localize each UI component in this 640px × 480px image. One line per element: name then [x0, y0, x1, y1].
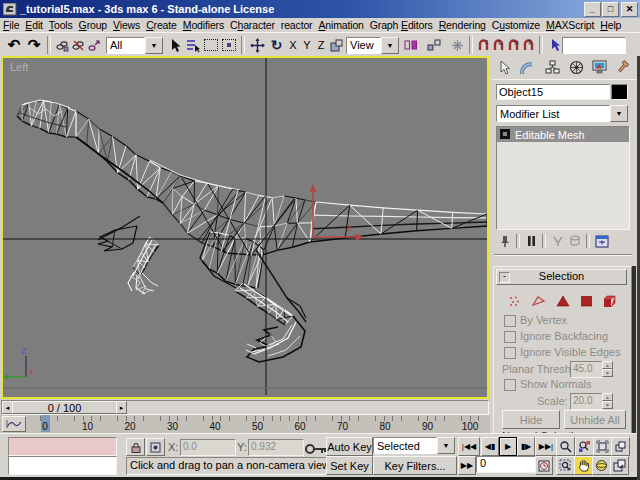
menu-rendering[interactable]: Rendering [436, 18, 489, 32]
select-scale-button[interactable] [328, 35, 344, 55]
bind-spacewarp-button[interactable] [86, 35, 102, 55]
hide-button[interactable]: Hide [502, 410, 560, 429]
edge-icon[interactable] [530, 291, 548, 311]
tab-motion[interactable] [564, 57, 588, 78]
menu-edit[interactable]: Edit [22, 18, 46, 32]
modifier-stack-item[interactable]: Editable Mesh [497, 127, 629, 142]
go-to-end-button[interactable]: ▶▶| [535, 437, 557, 456]
menu-create[interactable]: Create [143, 18, 180, 32]
configure-modifier-sets-button[interactable] [593, 231, 611, 251]
axis-z-button[interactable]: Z [314, 35, 328, 55]
vertex-icon[interactable] [506, 291, 524, 311]
maxscript-listener-white[interactable] [8, 456, 117, 475]
select-rotate-button[interactable]: ↻ [267, 35, 286, 55]
time-slider-next[interactable]: ▸ [116, 401, 127, 414]
auto-key-button[interactable]: Auto Key [326, 437, 373, 456]
show-end-result-button[interactable] [523, 231, 539, 251]
menu-reactor[interactable]: reactor [278, 18, 316, 32]
object-name-field[interactable] [496, 84, 610, 100]
tab-display[interactable] [588, 57, 612, 78]
zoom-extents-button[interactable] [593, 437, 612, 456]
zoom-all-button[interactable] [575, 437, 594, 456]
window-crossing-button[interactable] [220, 35, 238, 55]
key-mode-button[interactable]: ▶▶ [458, 456, 476, 475]
unlink-button[interactable] [70, 35, 86, 55]
unhide-all-button[interactable]: Unhide All [564, 410, 626, 429]
scale-spinner[interactable]: ▲▼ [602, 393, 613, 408]
go-to-start-button[interactable]: |◀◀ [458, 437, 480, 456]
rectangular-selection-region-button[interactable] [202, 35, 220, 55]
close-button[interactable]: ✕ [621, 2, 638, 17]
select-object-button[interactable] [166, 35, 184, 55]
planar-thresh-field[interactable]: 45.0 [570, 361, 604, 378]
menu-animation[interactable]: Animation [315, 18, 366, 32]
track-bar[interactable]: 0102030405060708090100 [0, 415, 490, 434]
mirror-button[interactable] [401, 35, 420, 55]
title-bar[interactable]: _tutorial5.max - 3ds max 6 - Stand-alone… [0, 0, 640, 18]
snap-toggle-button[interactable]: 3 [476, 35, 491, 55]
set-key-button[interactable]: Set Key [326, 456, 373, 475]
minimize-button[interactable]: _ [584, 2, 601, 17]
viewport-left[interactable]: xZx Left [1, 56, 489, 399]
reference-coordinate-combo[interactable]: View▼ [346, 37, 399, 54]
axis-y-button[interactable]: Y [300, 35, 314, 55]
absolute-offset-toggle[interactable] [146, 438, 165, 456]
maximize-button[interactable]: □ [602, 2, 619, 17]
by-vertex-checkbox[interactable] [504, 315, 516, 327]
pan-button[interactable] [574, 456, 593, 475]
remove-modifier-button[interactable] [566, 231, 583, 251]
redo-button[interactable]: ↷ [24, 35, 44, 55]
mini-curve-editor-button[interactable] [2, 416, 26, 432]
time-configuration-button[interactable] [535, 456, 553, 475]
menu-tools[interactable]: Tools [46, 18, 76, 32]
maxscript-listener-pink[interactable] [8, 437, 117, 456]
modifier-list-dropdown[interactable]: Modifier List▼ [496, 105, 628, 122]
tab-create[interactable] [492, 57, 516, 78]
menu-help[interactable]: Help [597, 18, 624, 32]
angle-snap-button[interactable] [491, 35, 506, 55]
menu-views[interactable]: Views [110, 18, 143, 32]
menu-group[interactable]: Group [76, 18, 110, 32]
percent-snap-button[interactable]: % [506, 35, 521, 55]
scale-field[interactable]: 20.0 [570, 393, 604, 410]
tab-hierarchy[interactable] [540, 57, 564, 78]
ignore-backfacing-checkbox[interactable] [504, 331, 516, 343]
selection-lock-button[interactable] [126, 438, 145, 456]
face-icon[interactable] [554, 291, 572, 311]
time-slider-thumb[interactable]: 0 / 100 [12, 401, 117, 414]
link-button[interactable] [54, 35, 70, 55]
viewport-label[interactable]: Left [10, 61, 28, 73]
element-icon[interactable] [601, 291, 619, 311]
polygon-icon[interactable] [577, 291, 595, 311]
select-by-name-button[interactable] [184, 35, 202, 55]
planar-thresh-spinner[interactable]: ▲▼ [602, 361, 613, 376]
region-zoom-button[interactable] [556, 456, 575, 475]
named-selection-combo[interactable] [562, 37, 626, 54]
menu-character[interactable]: Character [227, 18, 278, 32]
tab-modify[interactable] [516, 57, 540, 78]
arc-rotate-button[interactable] [592, 456, 611, 475]
select-move-button[interactable] [248, 35, 267, 55]
zoom-extents-all-button[interactable] [611, 437, 630, 456]
current-frame-field[interactable]: 0 [476, 456, 536, 473]
selection-rollout-header[interactable]: - Selection [496, 269, 627, 285]
play-button[interactable]: ▶ [499, 437, 517, 456]
menu-file[interactable]: File [0, 18, 22, 32]
collapse-icon[interactable]: - [499, 272, 510, 283]
x-coord-field[interactable]: 0.0 [180, 439, 236, 456]
edit-named-selections-button[interactable] [546, 35, 562, 55]
next-frame-button[interactable]: ▮▶ [517, 437, 535, 456]
previous-frame-button[interactable]: ◀▮ [481, 437, 499, 456]
panel-scrollbar[interactable] [632, 266, 636, 433]
menu-modifiers[interactable]: Modifiers [180, 18, 227, 32]
selection-filter-combo[interactable]: All▼ [106, 37, 163, 54]
spinner-snap-button[interactable] [521, 35, 536, 55]
make-unique-button[interactable] [549, 231, 566, 251]
y-coord-field[interactable]: 0.932 [248, 439, 304, 456]
key-filters-button[interactable]: Key Filters... [373, 456, 457, 475]
ignore-visible-edges-checkbox[interactable] [504, 347, 516, 359]
manipulate-button[interactable] [448, 35, 466, 55]
selection-set-combo[interactable]: Selected▼ [373, 437, 455, 454]
align-button[interactable] [420, 35, 448, 55]
show-normals-checkbox[interactable] [504, 379, 516, 391]
